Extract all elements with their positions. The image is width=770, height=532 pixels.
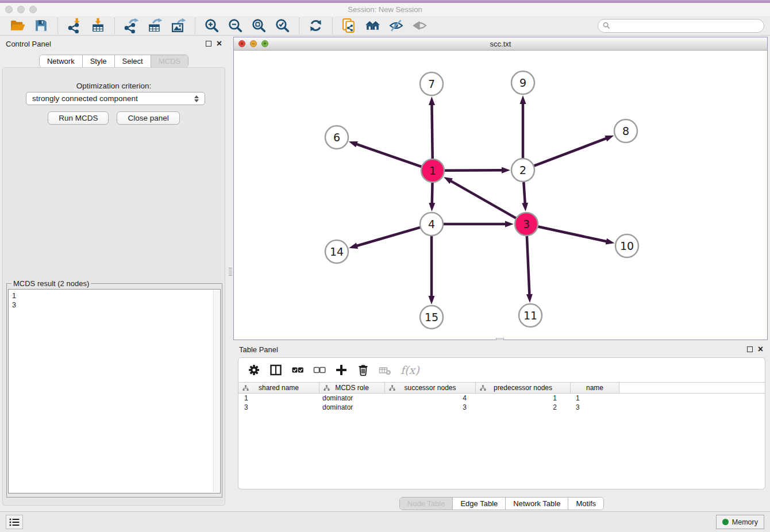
edge-arrowhead-icon — [349, 242, 358, 249]
refresh-icon — [308, 18, 324, 33]
vertical-splitter[interactable] — [228, 36, 233, 508]
hierarchy-icon — [389, 385, 395, 391]
graph-node-label-14: 14 — [330, 245, 344, 258]
table-tab-group: Node Table Edge Table Network Table Moti… — [399, 497, 604, 510]
first-neighbors-button[interactable] — [365, 18, 380, 33]
column-header-mcds-role[interactable]: MCDS role — [319, 383, 385, 393]
graph-edge-2-3[interactable] — [523, 182, 525, 204]
show-all-button[interactable] — [412, 18, 428, 33]
network-window-titlebar[interactable]: × − + scc.txt — [234, 37, 767, 51]
select-all-columns-button[interactable] — [291, 364, 304, 376]
float-table-panel-icon[interactable] — [747, 346, 753, 352]
column-header-shared-name[interactable]: shared name — [238, 383, 319, 393]
toolbar-separator — [332, 18, 333, 34]
export-network-button[interactable] — [124, 18, 139, 33]
zoom-selected-button[interactable] — [275, 18, 290, 33]
import-table-icon — [90, 18, 106, 33]
hierarchy-icon — [242, 385, 249, 391]
table-row[interactable]: 1 dominator 4 1 1 — [238, 394, 765, 403]
tab-edge-table[interactable]: Edge Table — [452, 498, 505, 510]
table-row[interactable]: 3 dominator 3 2 3 — [238, 403, 765, 412]
delete-columns-button[interactable] — [357, 364, 369, 376]
tab-mcds[interactable]: MCDS — [151, 55, 188, 67]
graph-edge-1-7[interactable] — [432, 104, 432, 159]
graph-node-label-7: 7 — [428, 78, 435, 90]
task-history-button[interactable] — [6, 515, 23, 529]
splitter-grip-icon — [229, 268, 232, 276]
cell-successor-nodes: 4 — [385, 394, 476, 402]
add-column-button[interactable] — [335, 364, 348, 376]
mcds-result-textarea[interactable]: 1 3 — [8, 289, 221, 494]
cell-mcds-role: dominator — [319, 403, 385, 411]
toolbar-separator — [57, 18, 58, 34]
edge-arrowhead-icon — [526, 294, 533, 303]
tab-network-table[interactable]: Network Table — [505, 498, 568, 510]
zoom-out-button[interactable] — [228, 18, 243, 33]
tab-node-table[interactable]: Node Table — [400, 498, 453, 510]
import-network-button[interactable] — [67, 18, 82, 33]
zoom-fit-button[interactable] — [251, 18, 267, 33]
run-mcds-button[interactable]: Run MCDS — [48, 111, 109, 125]
result-scrollbar[interactable] — [213, 290, 220, 492]
graph-edge-3-1[interactable] — [450, 180, 516, 218]
import-table-button[interactable] — [90, 18, 106, 33]
export-table-button[interactable] — [147, 18, 163, 33]
control-panel-tab-group: Network Style Select MCDS — [39, 55, 188, 68]
tab-select[interactable]: Select — [114, 55, 151, 67]
graph-edge-1-2[interactable] — [444, 170, 503, 171]
column-header-successor-nodes[interactable]: successor nodes — [385, 383, 476, 393]
edge-arrowhead-icon — [429, 97, 435, 105]
function-builder-button[interactable]: f(x) — [401, 364, 419, 376]
save-floppy-icon — [33, 18, 49, 33]
graph-edge-1-6[interactable] — [356, 144, 422, 167]
deselect-all-columns-button[interactable] — [313, 364, 326, 376]
graph-node-label-11: 11 — [523, 309, 537, 322]
mcds-panel: Optimization criterion: strongly connect… — [2, 67, 225, 506]
close-panel-icon[interactable]: × — [217, 41, 222, 47]
table-options-button[interactable] — [248, 364, 260, 376]
column-header-name[interactable]: name — [571, 383, 619, 393]
memory-button[interactable]: Memory — [716, 515, 764, 529]
table-toolbar: f(x) — [238, 358, 765, 382]
open-session-button[interactable] — [10, 18, 25, 33]
close-panel-button[interactable]: Close panel — [117, 111, 179, 125]
tab-motifs[interactable]: Motifs — [568, 498, 603, 510]
trash-icon — [357, 364, 369, 376]
graph-node-label-9: 9 — [519, 76, 526, 89]
main-toolbar — [0, 16, 770, 36]
tab-style[interactable]: Style — [82, 55, 114, 67]
network-view-window: × − + scc.txt 7968124314101511 — [233, 37, 768, 340]
graph-edge-3-10[interactable] — [538, 226, 607, 241]
show-columns-button[interactable] — [270, 364, 282, 376]
dropdown-stepper-icon — [194, 95, 199, 102]
graph-edge-4-14[interactable] — [356, 228, 421, 246]
edge-arrowhead-icon — [349, 141, 358, 147]
edge-arrowhead-icon — [429, 203, 435, 211]
memory-label: Memory — [732, 518, 758, 526]
split-columns-icon — [270, 364, 282, 376]
titlebar: Session: New Session — [0, 3, 770, 16]
save-session-button[interactable] — [33, 18, 49, 33]
network-window-title: scc.txt — [234, 40, 767, 48]
tab-network[interactable]: Network — [40, 55, 82, 67]
criterion-dropdown[interactable]: strongly connected component — [26, 92, 205, 105]
search-box[interactable] — [598, 19, 764, 33]
graph-edge-1-4[interactable] — [432, 182, 433, 204]
horizontal-splitter-grip[interactable] — [496, 338, 504, 340]
column-header-predecessor-nodes[interactable]: predecessor nodes — [476, 383, 571, 393]
edge-arrowhead-icon — [522, 203, 528, 211]
graph-edge-3-11[interactable] — [527, 236, 530, 295]
new-network-from-selection-button[interactable] — [341, 18, 357, 33]
float-panel-icon[interactable] — [206, 41, 211, 47]
refresh-layout-button[interactable] — [308, 18, 324, 33]
zoom-in-button[interactable] — [204, 18, 220, 33]
delete-table-button[interactable] — [379, 364, 391, 376]
export-image-button[interactable] — [171, 18, 186, 33]
edge-arrowhead-icon — [520, 95, 526, 104]
zoom-fit-icon — [251, 18, 267, 33]
close-table-panel-icon[interactable]: × — [758, 346, 763, 352]
hide-selected-button[interactable] — [388, 18, 404, 33]
graph-edge-2-8[interactable] — [534, 138, 607, 165]
network-canvas[interactable]: 7968124314101511 — [234, 51, 767, 340]
search-input[interactable] — [613, 22, 759, 30]
